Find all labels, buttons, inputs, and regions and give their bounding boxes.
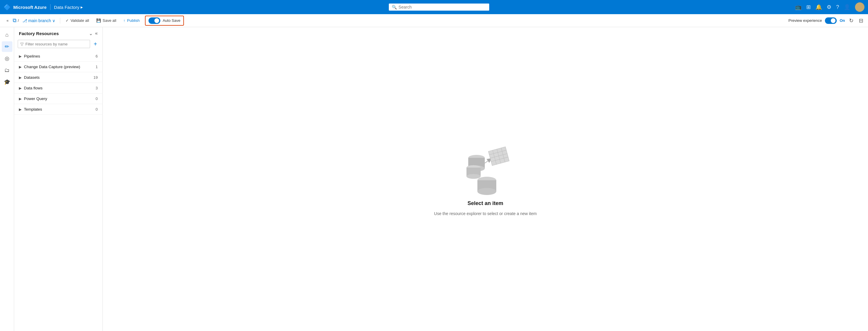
preview-toggle[interactable] [825, 18, 837, 24]
autosave-toggle[interactable] [149, 18, 160, 24]
search-icon: 🔍 [392, 5, 397, 9]
branch-icon: ⎇ [23, 18, 27, 23]
preview-on-label: On [840, 18, 845, 23]
azure-logo: 🔷 [4, 4, 11, 11]
resource-item-left: ▶ Pipelines [19, 54, 40, 58]
filter-input-wrapper: ▽ [18, 40, 90, 48]
notifications-icon[interactable]: 🔔 [815, 4, 822, 10]
sidebar-item-learn[interactable]: 🎓 [2, 77, 12, 87]
app-name-area[interactable]: Data Factory ▶ [54, 5, 83, 10]
factory-resources-panel: Factory Resources ⌄ « ▽ + ▶ Pipelines 6 [14, 27, 103, 331]
publish-button[interactable]: ↑ Publish [120, 17, 143, 24]
validate-all-label: Validate all [70, 18, 89, 23]
top-nav-icons: 📺 ⊞ 🔔 ⚙ ? 👤 [795, 2, 864, 12]
chevron-right-icon: ▶ [19, 86, 22, 90]
account-icon[interactable]: 👤 [844, 4, 850, 10]
panel-header-icons: ⌄ « [89, 31, 98, 36]
sidebar-item-manage[interactable]: 🗂 [2, 65, 12, 75]
collapse-panel-icon[interactable]: ⌄ [89, 31, 93, 36]
publish-label: Publish [127, 18, 140, 23]
svg-point-15 [477, 188, 496, 195]
save-icon: 💾 [96, 18, 101, 23]
autosave-toggle-group: Auto Save [145, 15, 184, 26]
empty-state: Select an item Use the resource explorer… [434, 142, 537, 216]
search-input[interactable] [399, 5, 486, 9]
save-all-button[interactable]: 💾 Save all [93, 17, 119, 24]
publish-icon: ↑ [123, 18, 125, 23]
slash-separator: / [18, 18, 19, 23]
validate-all-button[interactable]: ✓ Validate all [63, 17, 92, 24]
preview-experience-label: Preview experience [788, 18, 822, 23]
resource-item-left: ▶ Datasets [19, 75, 39, 80]
brand-text: Microsoft Azure [13, 5, 46, 10]
resource-item-change-data-capture[interactable]: ▶ Change Data Capture (preview) 1 [14, 62, 102, 72]
chevron-right-icon: ▶ [19, 54, 22, 58]
sidebar-item-home[interactable]: ⌂ [2, 30, 12, 40]
layout-button[interactable]: ⊟ [858, 16, 864, 25]
filter-icon: ▽ [20, 42, 24, 46]
empty-state-subtitle: Use the resource explorer to select or c… [434, 211, 537, 216]
factory-panel-title: Factory Resources [19, 31, 59, 36]
chevron-right-icon: ▶ [19, 107, 22, 111]
app-name-text: Data Factory [54, 5, 80, 10]
preview-toggle-thumb [831, 18, 836, 23]
top-navigation: 🔷 Microsoft Azure Data Factory ▶ 🔍 📺 ⊞ 🔔… [0, 0, 868, 14]
refresh-button[interactable]: ↻ [848, 16, 855, 25]
avatar[interactable] [855, 2, 864, 12]
resource-item-left: ▶ Templates [19, 107, 42, 111]
sidebar-item-author[interactable]: ✏ [2, 41, 12, 52]
main-content: Select an item Use the resource explorer… [103, 27, 868, 331]
resource-item-left: ▶ Data flows [19, 86, 42, 90]
app-name-chevron: ▶ [81, 6, 83, 9]
resource-item-datasets[interactable]: ▶ Datasets 19 [14, 72, 102, 83]
toolbar-separator-1 [60, 18, 60, 24]
illustration [456, 142, 515, 196]
portal-icon[interactable]: ⊞ [806, 4, 811, 10]
filter-row: ▽ + [14, 39, 102, 51]
brand-name[interactable]: 🔷 Microsoft Azure [4, 4, 46, 11]
manage-icon: 🗂 [4, 67, 10, 73]
left-sidebar: ⌂ ✏ ◎ 🗂 🎓 [0, 27, 14, 331]
toolbar-right: Preview experience On ↻ ⊟ [788, 16, 864, 25]
home-icon: ⌂ [5, 32, 8, 38]
pencil-icon: ✏ [5, 43, 9, 50]
branch-dropdown-icon: ∨ [52, 18, 55, 23]
toggle-thumb [154, 18, 159, 23]
nav-divider [50, 4, 51, 10]
resource-item-pipelines[interactable]: ▶ Pipelines 6 [14, 51, 102, 62]
factory-panel-header: Factory Resources ⌄ « [14, 27, 102, 39]
branch-selector[interactable]: ⎇ main branch ∨ [20, 17, 58, 24]
chevron-right-icon: ▶ [19, 65, 22, 69]
resource-item-power-query[interactable]: ▶ Power Query 0 [14, 94, 102, 104]
filter-resources-input[interactable] [25, 42, 87, 46]
hide-panel-icon[interactable]: « [95, 31, 98, 36]
save-all-label: Save all [103, 18, 116, 23]
add-resource-button[interactable]: + [92, 40, 99, 48]
factory-icon: ⧉ [13, 18, 17, 24]
help-icon[interactable]: ? [836, 4, 839, 10]
resource-item-templates[interactable]: ▶ Templates 0 [14, 104, 102, 115]
resource-item-data-flows[interactable]: ▶ Data flows 3 [14, 83, 102, 94]
sidebar-item-monitor[interactable]: ◎ [2, 53, 12, 64]
toolbar: « ⧉ / ⎇ main branch ∨ ✓ Validate all 💾 S… [0, 14, 868, 27]
chevron-right-icon: ▶ [19, 75, 22, 80]
autosave-label: Auto Save [163, 18, 180, 23]
branch-name: main branch [28, 18, 51, 23]
resource-item-left: ▶ Change Data Capture (preview) [19, 65, 80, 69]
settings-icon[interactable]: ⚙ [827, 4, 831, 10]
validate-icon: ✓ [66, 18, 69, 23]
feedback-icon[interactable]: 📺 [795, 4, 802, 10]
monitor-icon: ◎ [5, 55, 9, 62]
main-layout: ⌂ ✏ ◎ 🗂 🎓 Factory Resources ⌄ « ▽ [0, 27, 868, 331]
resource-item-left: ▶ Power Query [19, 96, 47, 101]
learn-icon: 🎓 [4, 79, 10, 85]
empty-state-title: Select an item [467, 200, 503, 206]
svg-point-5 [466, 174, 480, 179]
chevron-right-icon: ▶ [19, 97, 22, 101]
resource-list: ▶ Pipelines 6 ▶ Change Data Capture (pre… [14, 51, 102, 331]
collapse-icon: « [6, 18, 8, 23]
collapse-nav-button[interactable]: « [4, 17, 11, 24]
search-box[interactable]: 🔍 [389, 4, 489, 11]
search-area: 🔍 [87, 4, 792, 11]
